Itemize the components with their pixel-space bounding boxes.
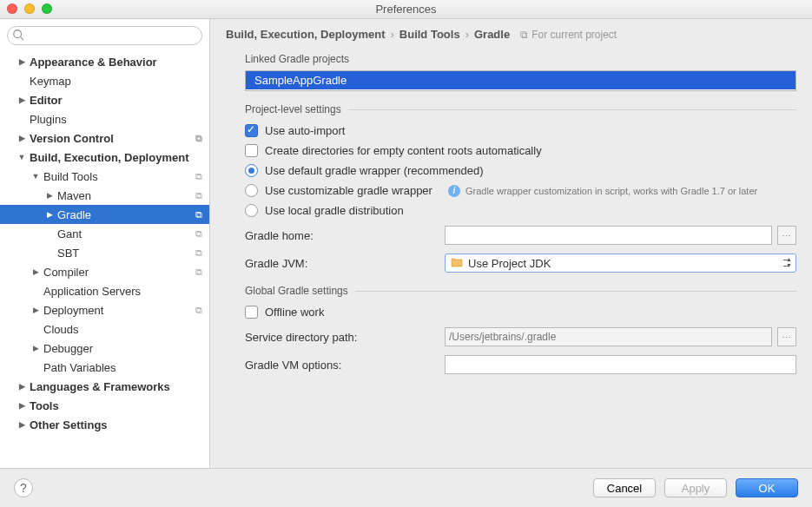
window-controls	[7, 3, 52, 14]
create-dirs-label: Create directories for empty content roo…	[265, 144, 542, 157]
main-panel: Build, Execution, Deployment › Build Too…	[210, 19, 812, 468]
vm-options-input[interactable]	[445, 355, 796, 374]
tree-plugins[interactable]: Plugins	[0, 109, 209, 128]
tree-build-exec-deploy[interactable]: ▼Build, Execution, Deployment	[0, 148, 209, 167]
help-button[interactable]: ?	[14, 478, 33, 497]
chevron-right-icon: ›	[465, 28, 469, 41]
tree-path-vars[interactable]: Path Variables	[0, 358, 209, 377]
create-dirs-checkbox[interactable]	[245, 144, 258, 157]
auto-import-label: Use auto-import	[265, 124, 345, 137]
tree-appearance[interactable]: ▶Appearance & Behavior	[0, 52, 209, 71]
gradle-jvm-value: Use Project JDK	[468, 257, 551, 270]
offline-work-label: Offline work	[265, 306, 324, 319]
service-dir-input[interactable]	[445, 327, 772, 346]
gradle-home-label: Gradle home:	[245, 229, 445, 242]
copy-icon: ⧉	[520, 29, 528, 41]
titlebar: Preferences	[0, 0, 812, 19]
scope-label: ⧉ For current project	[520, 29, 617, 41]
tree-app-servers[interactable]: Application Servers	[0, 281, 209, 300]
settings-tree: ▶Appearance & Behavior Keymap ▶Editor Pl…	[0, 52, 209, 468]
gradle-jvm-select[interactable]: Use Project JDK ▲▼	[445, 254, 796, 273]
tree-debugger[interactable]: ▶Debugger	[0, 339, 209, 358]
search-input[interactable]	[7, 26, 202, 45]
tree-tools[interactable]: ▶Tools	[0, 396, 209, 415]
gradle-home-input[interactable]	[445, 226, 772, 245]
zoom-icon[interactable]	[42, 3, 52, 14]
footer: ? Cancel Apply OK	[0, 468, 812, 507]
ok-button[interactable]: OK	[736, 478, 798, 497]
tree-gradle[interactable]: ▶Gradle⧉	[0, 205, 209, 224]
tree-other[interactable]: ▶Other Settings	[0, 415, 209, 434]
folder-icon	[451, 257, 463, 270]
gradle-home-browse-button[interactable]: ···	[777, 226, 796, 245]
vm-options-label: Gradle VM options:	[245, 359, 445, 372]
tree-keymap[interactable]: Keymap	[0, 71, 209, 90]
offline-work-checkbox[interactable]	[245, 306, 258, 319]
tree-clouds[interactable]: Clouds	[0, 319, 209, 339]
custom-wrapper-radio[interactable]	[245, 184, 258, 197]
chevron-right-icon: ›	[390, 28, 393, 41]
service-dir-browse-button[interactable]: ···	[777, 327, 796, 346]
linked-projects-label: Linked Gradle projects	[245, 53, 796, 65]
info-icon: i	[448, 185, 460, 197]
copy-icon: ⧉	[195, 267, 202, 278]
copy-icon: ⧉	[195, 171, 202, 182]
tree-sbt[interactable]: SBT⧉	[0, 243, 209, 262]
default-wrapper-radio[interactable]	[245, 164, 258, 177]
linked-project-item[interactable]: SampleAppGradle	[246, 71, 795, 89]
linked-projects-list[interactable]: SampleAppGradle	[245, 70, 796, 91]
copy-icon: ⧉	[195, 247, 202, 259]
tree-lang-fw[interactable]: ▶Languages & Frameworks	[0, 377, 209, 396]
tree-editor[interactable]: ▶Editor	[0, 90, 209, 109]
copy-icon: ⧉	[195, 133, 202, 144]
local-dist-label: Use local gradle distribution	[265, 204, 404, 217]
close-icon[interactable]	[7, 3, 17, 14]
copy-icon: ⧉	[195, 209, 202, 221]
auto-import-checkbox[interactable]	[245, 124, 258, 137]
copy-icon: ⧉	[195, 228, 202, 240]
apply-button[interactable]: Apply	[664, 478, 727, 497]
window-title: Preferences	[375, 3, 436, 16]
minimize-icon[interactable]	[24, 3, 35, 14]
tree-version-control[interactable]: ▶Version Control⧉	[0, 128, 209, 148]
custom-wrapper-label: Use customizable gradle wrapper	[265, 184, 432, 197]
project-level-label: Project-level settings	[245, 103, 341, 115]
global-settings-label: Global Gradle settings	[245, 285, 348, 297]
tree-deployment[interactable]: ▶Deployment⧉	[0, 300, 209, 319]
updown-icon: ▲▼	[786, 256, 792, 268]
copy-icon: ⧉	[195, 305, 202, 316]
gradle-jvm-label: Gradle JVM:	[245, 257, 445, 270]
tree-maven[interactable]: ▶Maven⧉	[0, 186, 209, 205]
local-dist-radio[interactable]	[245, 204, 258, 217]
tree-gant[interactable]: Gant⧉	[0, 224, 209, 243]
sidebar: ▶Appearance & Behavior Keymap ▶Editor Pl…	[0, 19, 210, 468]
service-dir-label: Service directory path:	[245, 331, 445, 344]
cancel-button[interactable]: Cancel	[593, 478, 656, 497]
copy-icon: ⧉	[195, 190, 202, 201]
custom-wrapper-hint: Gradle wrapper customization in script, …	[465, 186, 757, 196]
breadcrumb: Build, Execution, Deployment › Build Too…	[226, 28, 796, 41]
tree-compiler[interactable]: ▶Compiler⧉	[0, 262, 209, 281]
tree-build-tools[interactable]: ▼Build Tools⧉	[0, 167, 209, 186]
default-wrapper-label: Use default gradle wrapper (recommended)	[265, 164, 483, 177]
